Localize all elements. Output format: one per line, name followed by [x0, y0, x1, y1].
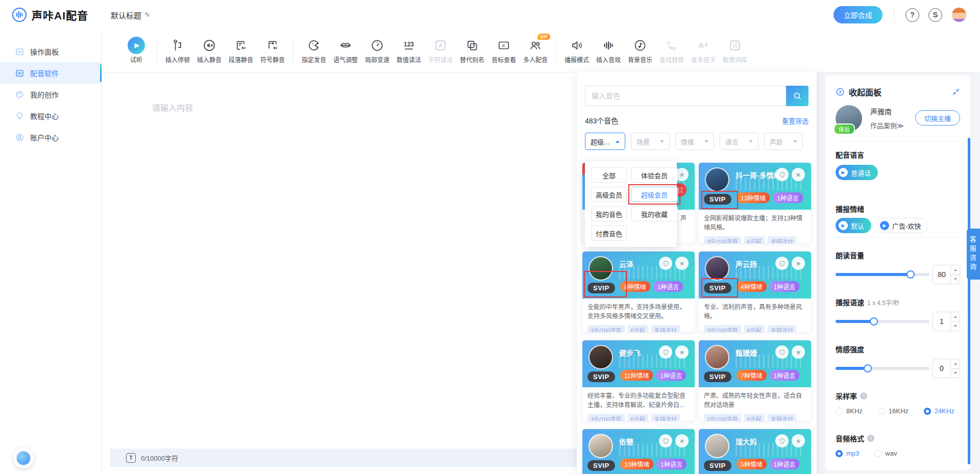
star-icon[interactable]: ★: [792, 434, 805, 447]
service-icon[interactable]: S: [928, 8, 942, 22]
filter-emotion[interactable]: 情绪: [675, 133, 714, 150]
intensity-slider[interactable]: [836, 367, 929, 370]
voice-card-yizan[interactable]: 依簪 ★ SVIP 10种情绪 1种语言: [582, 429, 695, 474]
volume-slider[interactable]: [836, 273, 929, 276]
increment-button[interactable]: [951, 312, 960, 322]
customer-service-tab[interactable]: 客服咨询: [967, 229, 980, 280]
star-icon[interactable]: ★: [675, 434, 689, 447]
filter-voice-age[interactable]: 声龄: [764, 133, 803, 150]
emotion-count-badge: 13种情绪: [737, 192, 770, 203]
portfolio-link[interactable]: 作品案例≫: [870, 120, 904, 130]
shield-icon[interactable]: [775, 345, 789, 359]
radio-mp3[interactable]: mp3: [836, 450, 859, 457]
collapse-panel-label[interactable]: 收起面板: [849, 86, 881, 98]
star-icon[interactable]: ★: [675, 345, 689, 359]
shield-icon[interactable]: [775, 257, 789, 270]
sidebar-item-tutorials[interactable]: 教程中心: [0, 105, 102, 127]
increment-button[interactable]: [951, 359, 960, 369]
star-icon[interactable]: ★: [675, 257, 689, 270]
help-icon[interactable]: ?: [867, 435, 874, 442]
speed-slider-handle[interactable]: [870, 317, 878, 326]
intensity-input[interactable]: 0: [933, 359, 960, 378]
dropdown-option-trial-member[interactable]: 体验会员: [631, 167, 678, 183]
emotion-pill-ad-happy[interactable]: ▶ 广告-欢快: [876, 218, 928, 233]
voice-description: 严肃、成熟的年轻女性声音，适合自然对话场景: [704, 391, 806, 410]
toolbar-item-local-speed[interactable]: 局部变速: [361, 38, 393, 64]
voice-search-input[interactable]: [585, 86, 786, 106]
reset-filters-link[interactable]: 重置筛选: [782, 116, 808, 126]
voice-card-shengyunyang[interactable]: 声云扬 ★ SVIP 4种情绪 1种语言 专业、流利的声音，具有多种场景风格。 …: [698, 251, 812, 333]
decrement-button[interactable]: [951, 322, 960, 331]
star-icon[interactable]: ★: [792, 168, 805, 181]
shield-icon[interactable]: [659, 257, 672, 270]
volume-input[interactable]: 80: [933, 265, 960, 284]
increment-button[interactable]: [951, 265, 960, 275]
radio-wav[interactable]: wav: [874, 450, 897, 457]
search-button[interactable]: [786, 86, 808, 106]
speed-input[interactable]: 1: [933, 312, 960, 331]
sidebar-item-my-creations[interactable]: 我的创作: [0, 84, 102, 105]
language-count-badge: 1种语言: [653, 281, 683, 292]
switch-host-button[interactable]: 切换主播: [915, 110, 960, 126]
radio-8khz[interactable]: 8KHz: [836, 407, 863, 415]
decrement-button[interactable]: [951, 369, 960, 378]
sidebar-item-dubbing-software[interactable]: 配音软件: [0, 62, 102, 84]
radio-24khz[interactable]: 24KHz: [924, 407, 954, 415]
voice-search: [585, 86, 808, 106]
dropdown-option-my-voices[interactable]: 我的音色: [591, 206, 627, 221]
help-icon[interactable]: ?: [905, 8, 919, 22]
decrement-button[interactable]: [951, 275, 960, 284]
filter-scene[interactable]: 场景: [631, 133, 670, 150]
sidebar-item-account[interactable]: 账户中心: [0, 127, 102, 148]
intensity-slider-handle[interactable]: [864, 364, 872, 372]
toolbar-item-tone-adjust[interactable]: 语气调整: [330, 38, 361, 64]
emotion-count-badge: 8种情绪: [620, 281, 650, 292]
toolbar-item-alias[interactable]: 替代别名: [456, 38, 488, 64]
toolbar-item-paragraph-silence[interactable]: 段落静音: [225, 38, 257, 64]
volume-slider-handle[interactable]: [906, 270, 915, 279]
sidebar-item-label: 账户中心: [30, 132, 59, 142]
dropdown-option-super-member[interactable]: 超级会员: [631, 187, 678, 202]
voice-card-yunze[interactable]: 云泽 ★ SVIP 8种情绪 1种语言 全能的中年男声，支持多场景使用，支持多风…: [582, 251, 695, 333]
toolbar-item-insert-pause[interactable]: 插入停顿: [162, 38, 193, 64]
dropdown-option-paid-voices[interactable]: 付费音色: [591, 226, 627, 241]
toolbar-item-broadcast-mode[interactable]: 播报模式: [561, 38, 593, 64]
filter-language[interactable]: 语言: [720, 133, 758, 150]
filter-membership[interactable]: 超级...: [585, 133, 625, 150]
toolbar-item-multi-voice[interactable]: VIP 多人配音: [520, 38, 551, 64]
edit-title-icon[interactable]: ✎: [144, 11, 151, 19]
language-pill-mandarin[interactable]: ▶ 普通话: [836, 165, 878, 180]
toolbar-item-insert-silence[interactable]: 插入静音: [193, 38, 225, 64]
voice-card-douyige[interactable]: 抖一哥-多情绪 ★ SVIP 13种情绪 1种语言 全网影视解说爆款主播；支持1…: [698, 162, 812, 244]
voice-card-jianbufei[interactable]: 健步飞 ★ SVIP 11种情绪 1种语言 经验丰富、专业的多功能复合型配音主播…: [582, 340, 695, 421]
speed-slider[interactable]: [836, 320, 929, 323]
toolbar-item-preview[interactable]: ▶ 试听: [120, 38, 152, 64]
star-icon[interactable]: ★: [792, 257, 805, 270]
toolbar-item-phonetic-view[interactable]: a: 音标查看: [488, 38, 520, 64]
user-avatar[interactable]: [951, 7, 967, 22]
shield-icon[interactable]: [659, 434, 672, 447]
dropdown-option-my-favorites[interactable]: 我的收藏: [631, 206, 678, 221]
shield-icon[interactable]: [775, 434, 789, 447]
help-icon[interactable]: ?: [860, 392, 867, 400]
voice-card-zhenmanman[interactable]: 甄嫚嫚 ★ SVIP 7种情绪 1种语言 严肃、成熟的年轻女性声音，适合自然对话…: [698, 340, 812, 421]
toolbar-item-specify-pronunciation[interactable]: 指定发音: [298, 38, 330, 64]
toolbar-item-bgm[interactable]: 背景音乐: [624, 38, 656, 64]
radio-16khz[interactable]: 16KHz: [878, 407, 909, 415]
collapse-arrows-icon[interactable]: [952, 88, 960, 96]
dropdown-option-premium-member[interactable]: 高级会员: [591, 187, 627, 202]
toolbar-item-insert-sfx[interactable]: 插入音效: [593, 38, 624, 64]
dropdown-option-all[interactable]: 全部: [591, 167, 627, 183]
emotion-pill-default[interactable]: ▶ 默认: [836, 218, 871, 233]
voice-card-ruidama[interactable]: 瑞大妈 ★ SVIP 5种情绪 1种语言: [698, 429, 812, 474]
shield-icon[interactable]: [775, 168, 789, 181]
voice-description: 专业、流利的声音，具有多种场景风格。: [704, 303, 806, 321]
shield-icon[interactable]: [659, 345, 672, 359]
panel-scrollbar[interactable]: [968, 138, 970, 464]
feedback-float-button[interactable]: [13, 448, 34, 468]
toolbar-item-number-reading[interactable]: 123 数值读法: [393, 38, 425, 64]
star-icon[interactable]: ★: [792, 345, 805, 359]
synthesize-button[interactable]: 立即合成: [834, 6, 883, 23]
toolbar-item-symbol-silence[interactable]: 符号静音: [257, 38, 288, 64]
sidebar-item-dashboard[interactable]: 操作面板: [0, 41, 102, 62]
